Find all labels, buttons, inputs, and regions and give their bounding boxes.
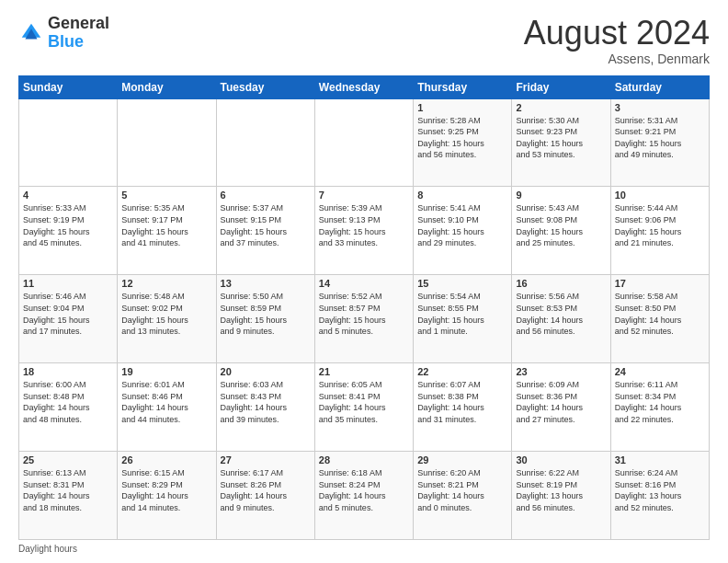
- footer-note: Daylight hours: [18, 544, 710, 554]
- calendar-cell: 29Sunrise: 6:20 AM Sunset: 8:21 PM Dayli…: [414, 452, 512, 540]
- calendar-cell: 11Sunrise: 5:46 AM Sunset: 9:04 PM Dayli…: [19, 275, 118, 363]
- calendar-day-header: Tuesday: [216, 75, 314, 98]
- day-number: 16: [516, 278, 606, 289]
- day-info: Sunrise: 5:56 AM Sunset: 8:53 PM Dayligh…: [516, 291, 606, 337]
- location: Assens, Denmark: [524, 52, 710, 66]
- day-number: 12: [121, 278, 211, 289]
- day-info: Sunrise: 6:20 AM Sunset: 8:21 PM Dayligh…: [417, 467, 507, 513]
- calendar-cell: 19Sunrise: 6:01 AM Sunset: 8:46 PM Dayli…: [118, 363, 216, 452]
- day-number: 1: [417, 102, 507, 113]
- calendar-cell: 30Sunrise: 6:22 AM Sunset: 8:19 PM Dayli…: [512, 452, 610, 540]
- calendar-cell: 27Sunrise: 6:17 AM Sunset: 8:26 PM Dayli…: [216, 452, 314, 540]
- day-info: Sunrise: 5:31 AM Sunset: 9:21 PM Dayligh…: [615, 115, 705, 161]
- calendar-cell: 5Sunrise: 5:35 AM Sunset: 9:17 PM Daylig…: [118, 187, 216, 275]
- calendar-cell: 16Sunrise: 5:56 AM Sunset: 8:53 PM Dayli…: [512, 275, 610, 363]
- day-number: 10: [615, 190, 705, 201]
- day-number: 21: [319, 366, 409, 377]
- day-info: Sunrise: 6:09 AM Sunset: 8:36 PM Dayligh…: [516, 379, 606, 425]
- month-title: August 2024: [524, 15, 710, 52]
- calendar-day-header: Sunday: [19, 75, 118, 98]
- day-info: Sunrise: 6:18 AM Sunset: 8:24 PM Dayligh…: [319, 467, 409, 513]
- calendar-cell: 20Sunrise: 6:03 AM Sunset: 8:43 PM Dayli…: [216, 363, 314, 452]
- calendar-cell: 2Sunrise: 5:30 AM Sunset: 9:23 PM Daylig…: [512, 98, 610, 187]
- day-number: 27: [221, 454, 311, 465]
- day-info: Sunrise: 6:05 AM Sunset: 8:41 PM Dayligh…: [319, 379, 409, 425]
- calendar-cell: 1Sunrise: 5:28 AM Sunset: 9:25 PM Daylig…: [414, 98, 512, 187]
- day-number: 3: [615, 102, 705, 113]
- calendar-cell: [118, 98, 216, 187]
- day-info: Sunrise: 5:43 AM Sunset: 9:08 PM Dayligh…: [516, 202, 606, 248]
- calendar-cell: 3Sunrise: 5:31 AM Sunset: 9:21 PM Daylig…: [610, 98, 709, 187]
- calendar-cell: 6Sunrise: 5:37 AM Sunset: 9:15 PM Daylig…: [216, 187, 314, 275]
- logo-icon: [18, 20, 44, 46]
- logo-blue: Blue: [48, 32, 84, 51]
- calendar-day-header: Friday: [512, 75, 610, 98]
- day-info: Sunrise: 5:28 AM Sunset: 9:25 PM Dayligh…: [417, 115, 507, 161]
- day-number: 7: [319, 190, 409, 201]
- day-info: Sunrise: 5:39 AM Sunset: 9:13 PM Dayligh…: [319, 202, 409, 248]
- day-info: Sunrise: 6:03 AM Sunset: 8:43 PM Dayligh…: [221, 379, 311, 425]
- day-number: 17: [615, 278, 705, 289]
- calendar-table: SundayMondayTuesdayWednesdayThursdayFrid…: [18, 75, 710, 540]
- header: General Blue August 2024 Assens, Denmark: [18, 15, 710, 66]
- calendar-header-row: SundayMondayTuesdayWednesdayThursdayFrid…: [19, 75, 710, 98]
- calendar-cell: 22Sunrise: 6:07 AM Sunset: 8:38 PM Dayli…: [414, 363, 512, 452]
- calendar-cell: 17Sunrise: 5:58 AM Sunset: 8:50 PM Dayli…: [610, 275, 709, 363]
- calendar-day-header: Saturday: [610, 75, 709, 98]
- calendar-cell: [314, 98, 413, 187]
- calendar-cell: 28Sunrise: 6:18 AM Sunset: 8:24 PM Dayli…: [314, 452, 413, 540]
- day-info: Sunrise: 6:22 AM Sunset: 8:19 PM Dayligh…: [516, 467, 606, 513]
- day-info: Sunrise: 5:37 AM Sunset: 9:15 PM Dayligh…: [221, 202, 311, 248]
- day-number: 19: [121, 366, 211, 377]
- logo: General Blue: [18, 15, 109, 52]
- day-number: 5: [121, 190, 211, 201]
- day-number: 31: [615, 454, 705, 465]
- day-number: 15: [417, 278, 507, 289]
- day-number: 24: [615, 366, 705, 377]
- day-number: 9: [516, 190, 606, 201]
- day-info: Sunrise: 5:30 AM Sunset: 9:23 PM Dayligh…: [516, 115, 606, 161]
- calendar-cell: 25Sunrise: 6:13 AM Sunset: 8:31 PM Dayli…: [19, 452, 118, 540]
- calendar-day-header: Wednesday: [314, 75, 413, 98]
- day-info: Sunrise: 5:35 AM Sunset: 9:17 PM Dayligh…: [121, 202, 211, 248]
- calendar-cell: 9Sunrise: 5:43 AM Sunset: 9:08 PM Daylig…: [512, 187, 610, 275]
- calendar-week-row: 25Sunrise: 6:13 AM Sunset: 8:31 PM Dayli…: [19, 452, 710, 540]
- day-number: 2: [516, 102, 606, 113]
- day-info: Sunrise: 6:07 AM Sunset: 8:38 PM Dayligh…: [417, 379, 507, 425]
- day-number: 22: [417, 366, 507, 377]
- day-info: Sunrise: 5:33 AM Sunset: 9:19 PM Dayligh…: [23, 202, 113, 248]
- day-info: Sunrise: 5:54 AM Sunset: 8:55 PM Dayligh…: [417, 291, 507, 337]
- day-number: 6: [221, 190, 311, 201]
- day-info: Sunrise: 6:11 AM Sunset: 8:34 PM Dayligh…: [615, 379, 705, 425]
- calendar-day-header: Monday: [118, 75, 216, 98]
- day-number: 18: [23, 366, 113, 377]
- calendar-day-header: Thursday: [414, 75, 512, 98]
- day-info: Sunrise: 5:48 AM Sunset: 9:02 PM Dayligh…: [121, 291, 211, 337]
- day-info: Sunrise: 5:46 AM Sunset: 9:04 PM Dayligh…: [23, 291, 113, 337]
- day-number: 23: [516, 366, 606, 377]
- day-number: 8: [417, 190, 507, 201]
- title-section: August 2024 Assens, Denmark: [524, 15, 710, 66]
- day-info: Sunrise: 6:24 AM Sunset: 8:16 PM Dayligh…: [615, 467, 705, 513]
- calendar-week-row: 18Sunrise: 6:00 AM Sunset: 8:48 PM Dayli…: [19, 363, 710, 452]
- calendar-cell: 15Sunrise: 5:54 AM Sunset: 8:55 PM Dayli…: [414, 275, 512, 363]
- day-number: 30: [516, 454, 606, 465]
- calendar-cell: 24Sunrise: 6:11 AM Sunset: 8:34 PM Dayli…: [610, 363, 709, 452]
- day-info: Sunrise: 6:17 AM Sunset: 8:26 PM Dayligh…: [221, 467, 311, 513]
- logo-text: General Blue: [48, 15, 109, 52]
- day-info: Sunrise: 5:58 AM Sunset: 8:50 PM Dayligh…: [615, 291, 705, 337]
- calendar-cell: 4Sunrise: 5:33 AM Sunset: 9:19 PM Daylig…: [19, 187, 118, 275]
- day-info: Sunrise: 6:15 AM Sunset: 8:29 PM Dayligh…: [121, 467, 211, 513]
- calendar-cell: 21Sunrise: 6:05 AM Sunset: 8:41 PM Dayli…: [314, 363, 413, 452]
- calendar-cell: [216, 98, 314, 187]
- calendar-cell: 10Sunrise: 5:44 AM Sunset: 9:06 PM Dayli…: [610, 187, 709, 275]
- day-number: 4: [23, 190, 113, 201]
- calendar-week-row: 1Sunrise: 5:28 AM Sunset: 9:25 PM Daylig…: [19, 98, 710, 187]
- day-info: Sunrise: 6:00 AM Sunset: 8:48 PM Dayligh…: [23, 379, 113, 425]
- calendar-cell: 31Sunrise: 6:24 AM Sunset: 8:16 PM Dayli…: [610, 452, 709, 540]
- calendar-cell: [19, 98, 118, 187]
- day-number: 13: [221, 278, 311, 289]
- calendar-cell: 8Sunrise: 5:41 AM Sunset: 9:10 PM Daylig…: [414, 187, 512, 275]
- day-info: Sunrise: 5:50 AM Sunset: 8:59 PM Dayligh…: [221, 291, 311, 337]
- page: General Blue August 2024 Assens, Denmark…: [0, 0, 728, 563]
